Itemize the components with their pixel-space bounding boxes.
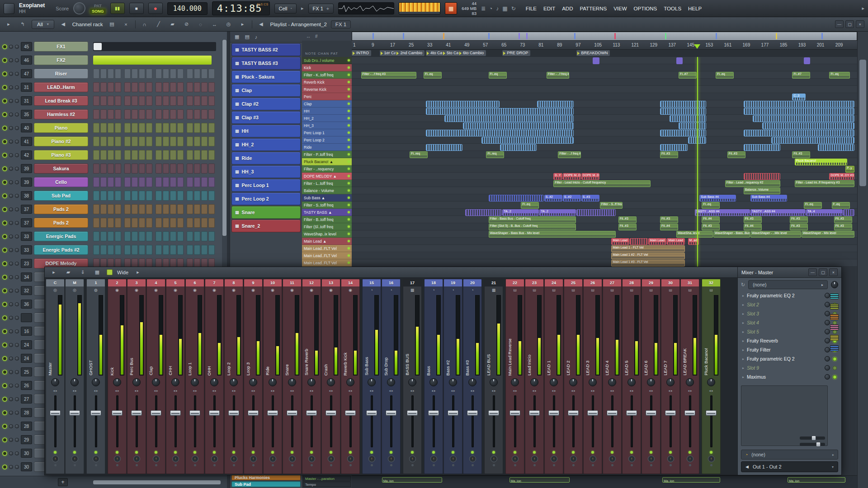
pattern-clip[interactable] bbox=[753, 115, 854, 122]
pattern-clip[interactable]: S..#2 bbox=[563, 195, 581, 202]
slider-handle[interactable] bbox=[816, 442, 821, 447]
automation-clip[interactable]: Filter - Lead ..requency #2 bbox=[725, 180, 780, 187]
channel-volume-knob[interactable] bbox=[15, 357, 19, 361]
track-name-button[interactable]: WaveShap..ix level bbox=[302, 230, 352, 238]
channel-button[interactable]: Pads 2 bbox=[34, 218, 88, 228]
channel-mute-led[interactable] bbox=[2, 424, 7, 429]
pan-knob[interactable] bbox=[408, 378, 416, 386]
automation-clip[interactable]: Ma..ion bbox=[382, 477, 442, 483]
pan-knob[interactable] bbox=[569, 378, 577, 386]
step-cell[interactable] bbox=[194, 164, 200, 174]
step-cell[interactable] bbox=[201, 177, 208, 187]
section-marker[interactable]: PRE DROP bbox=[502, 50, 530, 56]
volume-fader[interactable] bbox=[66, 394, 84, 449]
pattern-item[interactable]: ▤HH_2 bbox=[231, 138, 301, 151]
fader-handle[interactable] bbox=[112, 410, 123, 416]
strip-enable-led[interactable] bbox=[552, 451, 555, 454]
volume-fader[interactable] bbox=[244, 394, 262, 449]
track-mute-led[interactable] bbox=[348, 262, 350, 264]
step-graph-icon[interactable]: ▤ bbox=[107, 20, 117, 29]
track-name-button[interactable]: Filter - P..toff freq bbox=[302, 151, 352, 158]
step-cell[interactable] bbox=[124, 109, 131, 119]
fx-plugin-thumbnail[interactable] bbox=[830, 324, 839, 330]
track-name-button[interactable]: HH bbox=[302, 108, 352, 115]
pattern-clip[interactable]: Main Lead bbox=[648, 238, 666, 245]
step-cell[interactable] bbox=[194, 82, 200, 92]
automation-clip[interactable]: Fil..#3 bbox=[702, 224, 720, 230]
step-cell[interactable] bbox=[132, 204, 138, 214]
fx-slot-mix-knob[interactable] bbox=[825, 374, 830, 380]
automation-clip[interactable]: Fil..#4 bbox=[744, 224, 762, 230]
step-cell[interactable] bbox=[208, 136, 215, 146]
channel-mute-led[interactable] bbox=[2, 58, 7, 63]
close-button[interactable]: × bbox=[829, 268, 838, 276]
minimize-button[interactable]: — bbox=[808, 268, 817, 276]
track-lane[interactable] bbox=[352, 245, 857, 252]
channel-volume-knob[interactable] bbox=[15, 248, 19, 252]
strip-enable-led[interactable] bbox=[291, 451, 293, 454]
automation-clip[interactable]: Main Lead 1 - FLT Vel bbox=[611, 245, 685, 252]
channel-mute-led[interactable] bbox=[2, 302, 7, 307]
step-cell[interactable] bbox=[139, 231, 145, 241]
track-name-button[interactable]: Ride bbox=[302, 144, 352, 151]
fader-handle[interactable] bbox=[189, 410, 200, 416]
volume-fader[interactable] bbox=[363, 394, 381, 449]
app-logo-icon[interactable] bbox=[4, 3, 14, 14]
step-cell[interactable] bbox=[170, 231, 176, 241]
route-to-master-icon[interactable]: ↑ bbox=[708, 455, 715, 462]
paint-tool-icon[interactable]: ▰ bbox=[168, 20, 178, 29]
step-cell[interactable] bbox=[201, 150, 208, 160]
pattern-item[interactable]: ▤Snare bbox=[231, 206, 301, 219]
step-cell[interactable] bbox=[208, 245, 215, 255]
step-cell[interactable] bbox=[163, 136, 169, 146]
track-name-button[interactable]: HH_2 bbox=[302, 115, 352, 122]
step-cell[interactable] bbox=[146, 150, 152, 160]
fx-mini-slider[interactable] bbox=[800, 436, 825, 440]
volume-fader[interactable] bbox=[225, 394, 243, 449]
automation-clip[interactable]: Fi..eq bbox=[521, 202, 539, 209]
playhead-marker[interactable] bbox=[694, 44, 700, 50]
fx-slot-mix-knob[interactable] bbox=[825, 293, 830, 298]
automation-clip[interactable]: Fil..#3 bbox=[660, 216, 678, 223]
song-mode-label[interactable]: SONG bbox=[90, 9, 106, 14]
channel-mute-led[interactable] bbox=[2, 112, 7, 117]
step-cell[interactable] bbox=[187, 96, 193, 106]
track-name-button[interactable]: Sub Dro..l volume bbox=[302, 57, 352, 64]
pattern-clip[interactable] bbox=[744, 101, 854, 108]
automation-clip[interactable]: WaveShaper - Mix level bbox=[802, 231, 854, 238]
typing-keyboard-icon[interactable]: ≣ bbox=[481, 5, 486, 12]
track-name-button[interactable]: TASTY BASS ▲ bbox=[302, 209, 352, 216]
strip-enable-led[interactable] bbox=[689, 451, 691, 454]
step-cell[interactable] bbox=[108, 164, 114, 174]
minimize-button[interactable]: — bbox=[835, 20, 844, 28]
step-cell[interactable] bbox=[187, 109, 193, 119]
fader-handle[interactable] bbox=[467, 410, 478, 416]
record-arm-dot[interactable] bbox=[710, 464, 712, 466]
step-cell[interactable] bbox=[170, 164, 176, 174]
automation-clip[interactable]: Main Lead 1 #2 - FLT Vel bbox=[611, 253, 685, 259]
channel-mute-led[interactable] bbox=[2, 193, 7, 198]
channel-mute-led[interactable] bbox=[2, 275, 7, 280]
channel-volume-knob[interactable] bbox=[15, 167, 19, 171]
strip-enable-led[interactable] bbox=[155, 451, 157, 454]
automation-clip[interactable]: Fi..eq bbox=[829, 72, 849, 79]
loop-record-icon[interactable]: ↻ bbox=[511, 5, 516, 12]
automation-clip[interactable]: Fil..#3 bbox=[834, 224, 852, 230]
output-routing-selector[interactable]: ◀ Out 1 - Out 2 ▾ bbox=[741, 461, 838, 472]
pan-knob[interactable] bbox=[387, 378, 395, 386]
slider-handle[interactable] bbox=[811, 436, 816, 441]
automation-clip[interactable]: WaveSha..level bbox=[676, 231, 713, 238]
fader-handle[interactable] bbox=[448, 410, 458, 416]
step-cell[interactable] bbox=[124, 82, 131, 92]
channel-volume-knob[interactable] bbox=[15, 235, 19, 239]
automation-clip[interactable]: Main Lead 1 #3 - FLT Vel bbox=[611, 260, 685, 267]
step-cell[interactable] bbox=[194, 136, 200, 146]
step-cell[interactable] bbox=[115, 245, 121, 255]
channel-button[interactable]: Sakura bbox=[34, 164, 88, 174]
fx-slot-mix-knob[interactable] bbox=[825, 329, 830, 334]
strip-enable-led[interactable] bbox=[492, 451, 495, 454]
volume-fader[interactable] bbox=[403, 394, 421, 449]
step-cell[interactable] bbox=[208, 177, 215, 187]
pattern-clip[interactable]: Sub Bass #4 bbox=[699, 195, 736, 202]
record-arm-dot[interactable] bbox=[472, 464, 474, 466]
